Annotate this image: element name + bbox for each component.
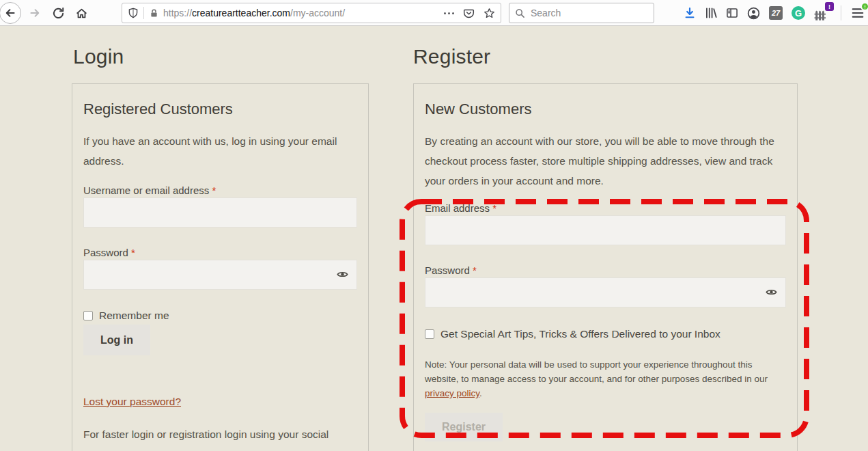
url-actions xyxy=(444,8,495,19)
tracking-protection-shield-icon[interactable] xyxy=(128,8,139,18)
register-password-label: Password * xyxy=(425,264,786,276)
sidebar-icon[interactable] xyxy=(726,7,738,19)
login-button[interactable]: Log in xyxy=(83,325,150,355)
newsletter-row: Get Special Art Tips, Tricks & Offers De… xyxy=(425,328,786,340)
update-available-badge: ↑ xyxy=(860,2,868,11)
login-panel-title: Registered Customers xyxy=(83,100,357,118)
reload-button[interactable] xyxy=(46,0,70,26)
login-password-input[interactable] xyxy=(83,260,357,290)
toolbar-extensions: 27 G ! ↑ xyxy=(684,0,865,26)
url-path: /my-account/ xyxy=(290,8,345,18)
fence-extension-icon[interactable]: ! xyxy=(814,4,832,22)
toolbar-separator xyxy=(841,5,841,20)
login-password-label: Password * xyxy=(83,247,357,258)
page-actions-icon[interactable] xyxy=(444,12,454,14)
home-button[interactable] xyxy=(70,0,93,26)
forward-button[interactable] xyxy=(23,0,46,26)
register-password-input[interactable] xyxy=(425,277,786,308)
email-label: Email address * xyxy=(425,202,786,214)
login-password-input-wrap xyxy=(83,260,357,290)
required-asterisk: * xyxy=(212,184,216,196)
grammarly-extension-icon[interactable]: G xyxy=(792,6,805,20)
search-input[interactable] xyxy=(531,8,633,18)
search-icon xyxy=(515,8,525,18)
remember-me-label: Remember me xyxy=(99,310,169,322)
lock-icon[interactable] xyxy=(149,8,159,18)
register-button[interactable]: Register xyxy=(425,413,503,441)
privacy-policy-link[interactable]: privacy policy xyxy=(425,388,479,398)
pocket-icon[interactable] xyxy=(463,8,475,19)
required-asterisk: * xyxy=(492,202,496,214)
urlbar-divider xyxy=(143,7,144,19)
account-icon[interactable] xyxy=(747,7,760,20)
library-icon[interactable] xyxy=(705,7,717,19)
remember-me-row: Remember me xyxy=(83,310,357,322)
privacy-note: Note: Your personal data will be used to… xyxy=(425,357,786,400)
username-label: Username or email address * xyxy=(83,184,357,196)
login-panel: Registered Customers If you have an acco… xyxy=(72,83,369,451)
bookmark-star-icon[interactable] xyxy=(484,8,495,19)
home-icon xyxy=(75,7,88,20)
show-password-icon[interactable] xyxy=(766,287,777,297)
login-heading: Login xyxy=(73,45,124,68)
tab-counter-extension-icon[interactable]: 27 xyxy=(769,6,783,20)
url-scheme: https:// xyxy=(163,8,192,18)
url-bar[interactable]: https://creatureartteacher.com/my-accoun… xyxy=(122,3,501,23)
email-input-wrap xyxy=(425,215,786,245)
username-input[interactable] xyxy=(83,197,357,228)
newsletter-checkbox[interactable] xyxy=(425,329,434,339)
nav-button-group xyxy=(0,0,93,26)
remember-me-checkbox[interactable] xyxy=(83,311,93,320)
browser-toolbar: https://creatureartteacher.com/my-accoun… xyxy=(0,0,868,26)
downloads-icon[interactable] xyxy=(684,7,696,19)
required-asterisk: * xyxy=(131,247,135,258)
forward-icon xyxy=(29,7,41,19)
register-panel: New Customers By creating an account wit… xyxy=(413,83,798,451)
url-domain: creatureartteacher.com xyxy=(192,8,290,18)
login-intro-text: If you have an account with us, log in u… xyxy=(83,131,357,171)
back-button[interactable] xyxy=(0,0,23,26)
show-password-icon[interactable] xyxy=(337,269,348,279)
extension-alert-badge: ! xyxy=(825,2,834,11)
email-input[interactable] xyxy=(425,215,786,245)
register-heading: Register xyxy=(413,45,490,68)
social-login-text: For faster login or registration login u… xyxy=(83,424,357,451)
search-bar[interactable] xyxy=(509,3,654,23)
reload-icon xyxy=(52,7,65,20)
register-password-input-wrap xyxy=(425,277,786,308)
required-asterisk: * xyxy=(473,264,477,276)
url-text: https://creatureartteacher.com/my-accoun… xyxy=(163,8,444,18)
menu-button[interactable]: ↑ xyxy=(850,5,865,20)
lost-password-wrap: Lost your password? xyxy=(83,375,357,408)
username-input-wrap xyxy=(83,197,357,228)
page-content: Login Register Registered Customers If y… xyxy=(0,26,868,451)
lost-password-link[interactable]: Lost your password? xyxy=(83,396,181,408)
newsletter-label: Get Special Art Tips, Tricks & Offers De… xyxy=(440,328,720,340)
back-icon xyxy=(0,2,21,24)
register-panel-title: New Customers xyxy=(425,100,786,118)
register-intro-text: By creating an account with our store, y… xyxy=(425,131,786,191)
